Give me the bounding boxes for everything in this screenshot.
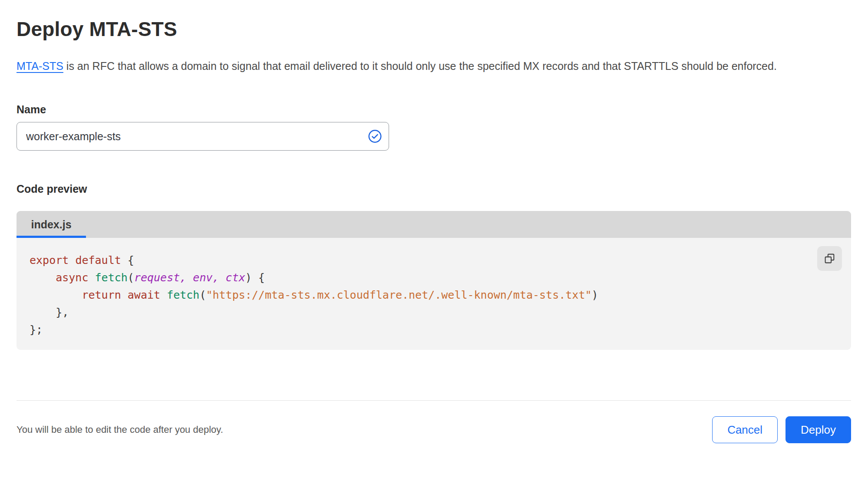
mta-sts-link[interactable]: MTA-STS bbox=[17, 60, 63, 72]
description-text: is an RFC that allows a domain to signal… bbox=[63, 60, 777, 72]
tab-index-js[interactable]: index.js bbox=[17, 211, 86, 238]
code-preview-label: Code preview bbox=[17, 183, 851, 195]
copy-icon bbox=[824, 253, 835, 264]
code-tab-bar: index.js bbox=[17, 211, 851, 238]
description: MTA-STS is an RFC that allows a domain t… bbox=[17, 56, 828, 76]
code-lines: export default { async fetch(request, en… bbox=[30, 252, 816, 339]
code-line: return await fetch("https://mta-sts.mx.c… bbox=[30, 287, 816, 304]
code-line: async fetch(request, env, ctx) { bbox=[30, 269, 816, 287]
code-editor: export default { async fetch(request, en… bbox=[17, 238, 851, 350]
code-line: export default { bbox=[30, 252, 816, 269]
deploy-button[interactable]: Deploy bbox=[785, 416, 851, 443]
deploy-mta-sts-page: Deploy MTA-STS MTA-STS is an RFC that al… bbox=[0, 17, 868, 494]
name-input-wrap bbox=[17, 122, 389, 151]
footer-actions: Cancel Deploy bbox=[712, 416, 851, 443]
page-title: Deploy MTA-STS bbox=[17, 17, 851, 41]
code-line: }, bbox=[30, 304, 816, 321]
code-line: }; bbox=[30, 321, 816, 339]
footer: You will be able to edit the code after … bbox=[17, 416, 851, 443]
tab-label: index.js bbox=[31, 218, 71, 231]
check-circle-icon bbox=[368, 129, 382, 144]
name-input[interactable] bbox=[17, 122, 389, 151]
footer-note: You will be able to edit the code after … bbox=[17, 424, 223, 435]
cancel-button[interactable]: Cancel bbox=[712, 416, 778, 443]
code-preview-card: index.js export default { async fetch(re… bbox=[17, 211, 851, 350]
copy-button[interactable] bbox=[817, 246, 842, 271]
footer-divider bbox=[17, 400, 851, 401]
name-label: Name bbox=[17, 103, 851, 116]
